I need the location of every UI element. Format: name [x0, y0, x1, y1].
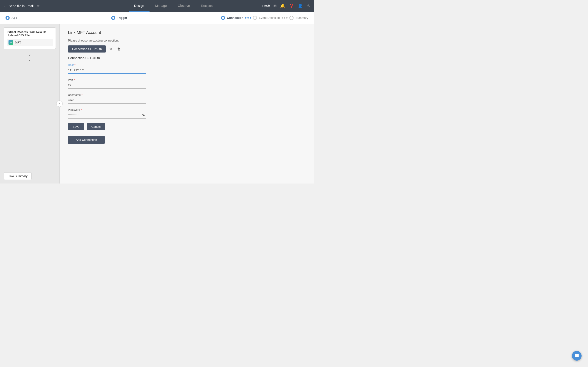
main-content: Link MFT Account Please choose an existi… [60, 24, 314, 184]
cancel-button[interactable]: Cancel [87, 123, 105, 130]
trash-icon: 🗑 [117, 47, 121, 51]
bell-icon[interactable]: 🔔 [280, 3, 285, 8]
wizard-dots-1 [245, 17, 251, 19]
step-label-connection: Connection [227, 16, 243, 19]
wizard-step-connection[interactable]: Connection [221, 16, 243, 20]
password-eye-icon[interactable]: 👁 [141, 114, 145, 118]
username-form-group: Username * [68, 93, 305, 104]
sidebar-mft-item[interactable]: M MFT [7, 39, 53, 46]
top-nav: ← Send file in Email ✏ Design Manage Obs… [0, 0, 314, 12]
collapse-icon: ‹ [59, 102, 60, 105]
back-arrow-icon: ← [4, 4, 7, 8]
wizard-connector-2 [129, 18, 219, 18]
external-link-icon[interactable]: ⧉ [274, 4, 277, 8]
wizard-connector-1 [19, 18, 109, 18]
wizard-step-eventdef[interactable]: Event Definition [253, 16, 280, 20]
dot-5 [284, 17, 285, 19]
sidebar: Extract Records From New Or Updated CSV … [0, 24, 60, 184]
warning-icon: ⚠ [306, 3, 310, 8]
nav-icons: ⧉ 🔔 ❓ 👤 ⚠ [274, 3, 310, 8]
password-required: * [81, 108, 82, 111]
wizard-step-app[interactable]: App [6, 16, 17, 20]
user-icon[interactable]: 👤 [298, 3, 303, 8]
sidebar-collapse-button[interactable]: ‹ [56, 100, 63, 107]
step-label-eventdef: Event Definition [259, 16, 280, 19]
password-label: Password * [68, 108, 305, 111]
connection-sftp-button[interactable]: Connection-SFTPAuth [68, 45, 106, 52]
nav-tabs: Design Manage Observe Recipes [129, 0, 218, 12]
wizard-step-trigger[interactable]: Trigger [111, 16, 127, 20]
step-label-trigger: Trigger [117, 16, 127, 19]
back-button[interactable]: ← Send file in Email [4, 4, 34, 8]
step-circle-trigger [111, 16, 115, 20]
dot-3 [250, 17, 251, 19]
host-input[interactable] [68, 68, 146, 74]
step-circle-summary [289, 16, 294, 20]
edit-title-icon[interactable]: ✏ [37, 4, 40, 8]
username-required: * [82, 93, 83, 97]
username-label: Username * [68, 93, 305, 97]
choose-text: Please choose an existing connection: [68, 39, 305, 42]
wizard-dots-2 [282, 17, 288, 19]
add-connection-button[interactable]: Add Connection [68, 136, 105, 144]
delete-connection-button[interactable]: 🗑 [116, 46, 122, 52]
step-circle-connection [221, 16, 225, 20]
password-input[interactable] [68, 112, 146, 119]
connection-name-label: Connection-SFTPAuth [68, 56, 305, 60]
wizard-steps: App Trigger Connection Event Definition … [0, 12, 314, 24]
dot-1 [245, 17, 246, 19]
sidebar-card: Extract Records From New Or Updated CSV … [4, 27, 56, 49]
flow-summary-button[interactable]: Flow Summary [4, 172, 32, 180]
save-button[interactable]: Save [68, 123, 84, 130]
step-label-app: App [11, 16, 17, 19]
tab-design[interactable]: Design [129, 0, 150, 12]
layout: Extract Records From New Or Updated CSV … [0, 24, 314, 184]
step-circle-app [6, 16, 10, 20]
username-input[interactable] [68, 98, 146, 104]
draft-badge: Draft [262, 4, 270, 8]
port-required: * [74, 78, 75, 82]
dot-4 [282, 17, 283, 19]
host-required: * [74, 64, 76, 67]
port-label: Port * [68, 78, 305, 82]
wizard-step-summary[interactable]: Summary [289, 16, 308, 20]
sidebar-mft-label: MFT [15, 41, 21, 44]
port-input[interactable] [68, 83, 146, 89]
step-label-summary: Summary [295, 16, 308, 19]
tab-manage[interactable]: Manage [149, 0, 172, 12]
step-circle-eventdef [253, 16, 257, 20]
tab-recipes[interactable]: Recipes [195, 0, 218, 12]
password-form-group: Password * 👁 [68, 108, 305, 119]
dot-2 [247, 17, 249, 19]
port-form-group: Port * [68, 78, 305, 89]
expand-more-icon[interactable]: ⌄⌄ [4, 52, 56, 62]
host-label: Host * [68, 64, 305, 67]
app-title: Send file in Email [9, 4, 34, 8]
host-form-group: Host * [68, 64, 305, 74]
section-title: Link MFT Account [68, 30, 305, 35]
edit-icon: ✏ [110, 47, 112, 51]
mft-icon: M [9, 40, 13, 45]
password-wrapper: 👁 [68, 112, 146, 119]
help-icon[interactable]: ❓ [289, 3, 294, 8]
sidebar-card-title: Extract Records From New Or Updated CSV … [7, 31, 53, 37]
form-actions: Save Cancel [68, 123, 305, 130]
edit-connection-button[interactable]: ✏ [109, 46, 113, 52]
tab-observe[interactable]: Observe [172, 0, 195, 12]
connection-row: Connection-SFTPAuth ✏ 🗑 [68, 45, 305, 52]
dot-6 [286, 17, 288, 19]
